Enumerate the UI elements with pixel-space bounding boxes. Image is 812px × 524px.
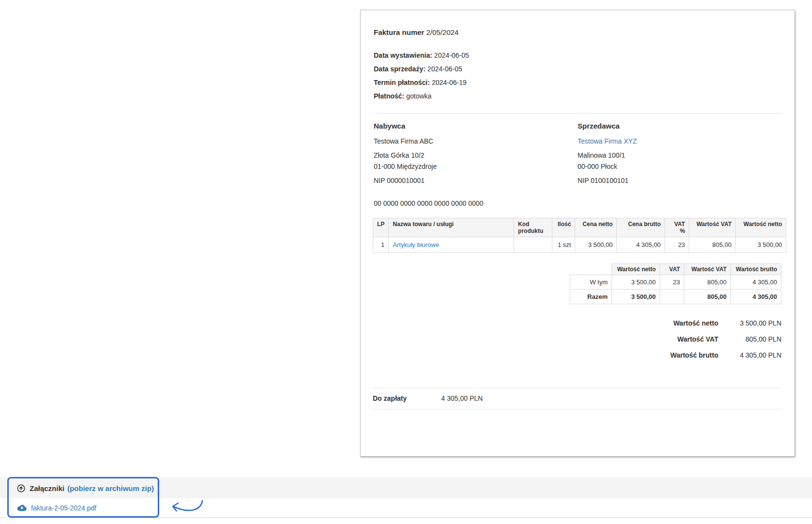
cell-vat-value: 805,00 bbox=[689, 237, 736, 253]
attachment-file-link[interactable]: faktura-2-05-2024.pdf bbox=[31, 504, 97, 512]
col-header-vat-value: Wartość VAT bbox=[689, 218, 736, 237]
sale-date-value: 2024-06-05 bbox=[428, 65, 463, 73]
payment-due-row: Termin płatności:2024-06-19 bbox=[374, 76, 469, 89]
vat-summary-row-wtym: W tym 3 500,00 23 805,00 4 305,00 bbox=[570, 275, 781, 290]
invoice-meta: Data wystawienia:2024-06-05 Data sprzeda… bbox=[374, 49, 469, 103]
buyer-block: Nabywca Testowa Firma ABC Złota Górka 10… bbox=[374, 122, 578, 184]
circle-arrow-up-icon bbox=[17, 484, 25, 492]
buyer-heading: Nabywca bbox=[374, 122, 578, 130]
seller-heading: Sprzedawca bbox=[578, 122, 781, 130]
col-header-lp: LP bbox=[373, 218, 389, 237]
issue-date-label: Data wystawienia: bbox=[374, 51, 432, 59]
total-vat-row: Wartość VAT 805,00 PLN bbox=[670, 331, 781, 347]
curved-arrow-annotation bbox=[168, 500, 203, 518]
cell-vat-rate: 23 bbox=[660, 275, 684, 290]
cloud-download-icon bbox=[17, 504, 27, 511]
download-zip-link[interactable]: (pobierz w archiwum zip) bbox=[67, 484, 154, 492]
cell-net-value: 3 500,00 bbox=[736, 237, 786, 253]
invoice-title: Faktura numer2/05/2024 bbox=[374, 28, 459, 36]
payment-due-label: Termin płatności: bbox=[374, 79, 430, 86]
row-label: W tym bbox=[570, 275, 612, 290]
attachment-file-row[interactable]: faktura-2-05-2024.pdf bbox=[0, 498, 812, 518]
col-header-net-value: Wartość netto bbox=[736, 218, 786, 237]
cell-qty: 1 szt bbox=[552, 237, 575, 253]
payment-due-value: 2024-06-19 bbox=[432, 79, 467, 86]
amount-due-value: 4 305,00 PLN bbox=[441, 394, 483, 402]
invoice-number: 2/05/2024 bbox=[426, 28, 459, 36]
cell-vat: 805,00 bbox=[684, 275, 731, 290]
cell-vat-rate: 23 bbox=[665, 237, 689, 253]
total-gross-row: Wartość brutto 4 305,00 PLN bbox=[670, 347, 781, 363]
issue-date-row: Data wystawienia:2024-06-05 bbox=[374, 49, 469, 62]
cell-lp: 1 bbox=[373, 237, 389, 253]
payment-method-value: gotowka bbox=[406, 92, 431, 100]
totals-block: Wartość netto 3 500,00 PLN Wartość VAT 8… bbox=[670, 315, 781, 363]
buyer-address-line1: Złota Górka 10/2 bbox=[374, 150, 578, 161]
col-header-code: Kod produktu bbox=[514, 218, 552, 237]
buyer-address-line2: 01-000 Międzyzdroje bbox=[374, 161, 578, 172]
parties-section: Nabywca Testowa Firma ABC Złota Górka 10… bbox=[374, 122, 781, 184]
col-header-qty: Ilość bbox=[552, 218, 575, 237]
vat-summary-header-net: Wartość netto bbox=[612, 264, 660, 275]
vat-summary-header-vat-rate: VAT bbox=[660, 264, 684, 275]
invoice-title-label: Faktura numer bbox=[374, 28, 424, 36]
seller-address-line1: Malinowa 100/1 bbox=[578, 150, 781, 161]
vat-summary-table: Wartość netto VAT Wartość VAT Wartość br… bbox=[570, 263, 781, 304]
item-row: 1 Artykuły biurowe 1 szt 3 500,00 4 305,… bbox=[373, 237, 786, 253]
attachments-header: Załączniki (pobierz w archiwum zip) bbox=[0, 478, 812, 498]
vat-summary-header-gross: Wartość brutto bbox=[731, 264, 781, 275]
cell-vat-rate bbox=[660, 290, 684, 304]
total-vat-value: 805,00 PLN bbox=[718, 335, 781, 343]
total-gross-value: 4 305,00 PLN bbox=[718, 351, 781, 359]
total-vat-label: Wartość VAT bbox=[677, 335, 718, 343]
amount-due-section: Do zapłaty 4 305,00 PLN bbox=[373, 388, 781, 409]
invoice-panel: Faktura numer2/05/2024 Data wystawienia:… bbox=[360, 10, 795, 457]
bank-account-number: 00 0000 0000 0000 0000 0000 0000 bbox=[374, 199, 483, 207]
total-net-value: 3 500,00 PLN bbox=[718, 319, 781, 327]
cell-net: 3 500,00 bbox=[612, 290, 660, 304]
cell-gross: 4 305,00 bbox=[731, 290, 781, 304]
total-gross-label: Wartość brutto bbox=[670, 351, 718, 359]
col-header-name: Nazwa towaru / usługi bbox=[389, 218, 514, 237]
total-net-row: Wartość netto 3 500,00 PLN bbox=[670, 315, 781, 331]
payment-method-label: Płatność: bbox=[374, 92, 404, 100]
seller-nip: NIP 0100100101 bbox=[578, 177, 781, 184]
cell-code bbox=[514, 237, 552, 253]
vat-summary-header-row: Wartość netto VAT Wartość VAT Wartość br… bbox=[570, 264, 781, 275]
buyer-name: Testowa Firma ABC bbox=[374, 137, 578, 145]
divider bbox=[374, 113, 781, 114]
seller-address-line2: 00-000 Płock bbox=[578, 161, 781, 172]
issue-date-value: 2024-06-05 bbox=[434, 51, 469, 59]
row-label: Razem bbox=[570, 290, 612, 304]
vat-summary-header-vat: Wartość VAT bbox=[684, 264, 731, 275]
total-net-label: Wartość netto bbox=[673, 319, 718, 327]
cell-vat: 805,00 bbox=[684, 290, 731, 304]
cell-net: 3 500,00 bbox=[612, 275, 660, 290]
items-table: LP Nazwa towaru / usługi Kod produktu Il… bbox=[373, 218, 786, 253]
cell-net-price: 3 500,00 bbox=[575, 237, 617, 253]
payment-method-row: Płatność:gotowka bbox=[374, 89, 469, 103]
col-header-gross-price: Cena brutto bbox=[617, 218, 665, 237]
attachments-section: Załączniki (pobierz w archiwum zip) fakt… bbox=[0, 478, 812, 518]
cell-gross: 4 305,00 bbox=[731, 275, 781, 290]
item-name-link[interactable]: Artykuły biurowe bbox=[393, 241, 439, 248]
seller-block: Sprzedawca Testowa Firma XYZ Malinowa 10… bbox=[578, 122, 781, 184]
sale-date-row: Data sprzedaży:2024-06-05 bbox=[374, 62, 469, 76]
cell-gross-price: 4 305,00 bbox=[617, 237, 665, 253]
attachments-heading: Załączniki bbox=[30, 484, 65, 492]
sale-date-label: Data sprzedaży: bbox=[374, 65, 426, 73]
vat-summary-row-razem: Razem 3 500,00 805,00 4 305,00 bbox=[570, 290, 781, 304]
seller-name-link[interactable]: Testowa Firma XYZ bbox=[578, 137, 637, 145]
col-header-vat-rate: VAT % bbox=[665, 218, 689, 237]
items-header-row: LP Nazwa towaru / usługi Kod produktu Il… bbox=[373, 218, 786, 237]
buyer-nip: NIP 0000010001 bbox=[374, 177, 578, 184]
amount-due-label: Do zapłaty bbox=[373, 394, 407, 402]
col-header-net-price: Cena netto bbox=[575, 218, 617, 237]
vat-summary-blank-header bbox=[570, 264, 612, 275]
